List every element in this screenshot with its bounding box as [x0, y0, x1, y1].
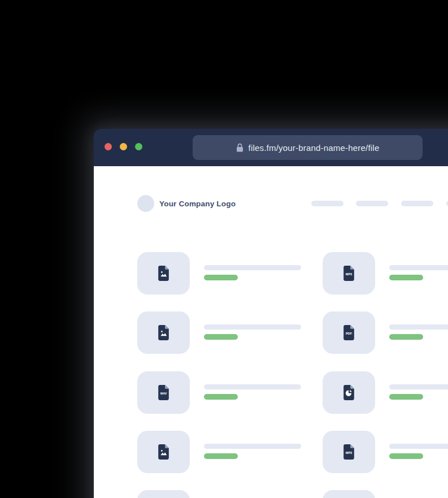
file-name-placeholder [389, 384, 448, 389]
file-thumbnail [137, 252, 190, 295]
file-meta-placeholder [389, 394, 423, 400]
file-item[interactable]: MP3 [323, 252, 448, 297]
svg-text:PDF: PDF [346, 332, 353, 335]
file-name-placeholder [204, 444, 301, 449]
nav-link-placeholder-3[interactable] [401, 201, 433, 206]
file-item[interactable]: PDF [323, 311, 448, 357]
file-item[interactable]: MP3 [323, 431, 448, 476]
file-thumbnail: MP3 [323, 431, 375, 473]
file-thumbnail [323, 371, 375, 414]
minimize-window-button[interactable] [120, 143, 127, 150]
file-name-placeholder [204, 324, 301, 330]
pdf-file-icon: PDF [342, 324, 355, 341]
file-meta-placeholder [389, 453, 423, 459]
image-file-icon [157, 265, 170, 282]
chart-file-icon [342, 384, 355, 401]
file-thumbnail: MP3 [323, 252, 375, 295]
file-meta-placeholder [389, 334, 423, 340]
lock-icon [236, 143, 243, 152]
image-file-icon [157, 324, 170, 341]
image-file-icon [157, 444, 170, 460]
file-item[interactable] [323, 490, 448, 498]
nav-link-placeholder-1[interactable] [311, 201, 343, 206]
file-meta-placeholder [389, 275, 423, 280]
mp3-file-icon: MP3 [342, 265, 355, 282]
file-name-placeholder [204, 265, 301, 270]
file-thumbnail [137, 311, 190, 354]
file-meta-placeholder [204, 453, 238, 459]
file-name-placeholder [389, 324, 448, 330]
file-thumbnail: WAV [137, 371, 190, 414]
company-logo-label: Your Company Logo [159, 195, 236, 212]
company-logo-placeholder [137, 195, 154, 212]
nav-link-placeholder-2[interactable] [356, 201, 388, 206]
svg-text:MP3: MP3 [346, 272, 352, 276]
address-bar[interactable]: files.fm/your-brand-name-here/file [193, 135, 423, 160]
file-meta-placeholder [204, 275, 238, 280]
file-meta-placeholder [204, 334, 238, 340]
mp3-file-icon: MP3 [342, 444, 355, 460]
wav-file-icon: WAV [157, 384, 170, 401]
file-thumbnail [323, 490, 375, 498]
close-window-button[interactable] [105, 143, 112, 150]
url-text: files.fm/your-brand-name-here/file [249, 143, 380, 153]
file-item[interactable] [323, 371, 448, 417]
file-name-placeholder [389, 444, 448, 449]
page-content: Your Company Logo M [94, 166, 448, 498]
svg-text:MP3: MP3 [346, 451, 352, 454]
file-meta-placeholder [204, 394, 238, 400]
file-thumbnail [137, 431, 190, 473]
browser-window: files.fm/your-brand-name-here/file Your … [94, 129, 448, 498]
svg-text:WAV: WAV [160, 392, 167, 395]
file-name-placeholder [204, 384, 301, 389]
maximize-window-button[interactable] [135, 143, 142, 150]
file-thumbnail [137, 490, 190, 498]
file-thumbnail: PDF [323, 311, 375, 354]
browser-title-bar: files.fm/your-brand-name-here/file [94, 129, 448, 166]
file-name-placeholder [389, 265, 448, 270]
